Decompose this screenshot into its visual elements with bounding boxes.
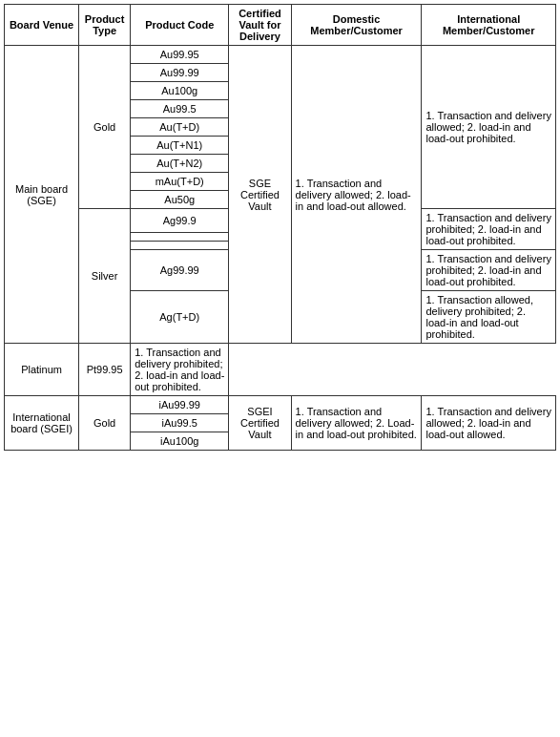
main-container: Board Venue Product Type Product Code Ce… [0,0,560,454]
domestic-main-cell: 1. Transaction and delivery allowed; 2. … [291,46,422,344]
intl-ag999-cell: 1. Transaction and delivery prohibited; … [422,209,556,250]
sgei-vault-cell: SGEI Certified Vault [229,396,291,451]
intl-agtd-cell: 1. Transaction allowed, delivery prohibi… [422,291,556,344]
product-code-pt-cell: Pt99.95 [79,344,131,396]
header-certified-vault: Certified Vault for Delivery [229,5,291,46]
gold-type-cell: Gold [79,46,131,209]
product-code-cell: Au100g [131,82,229,100]
header-product-type: Product Type [79,5,131,46]
table-row: Main board (SGE) Gold Au99.95 SGE Certif… [5,46,556,64]
header-board-venue: Board Venue [5,5,79,46]
header-domestic: Domestic Member/Customer [291,5,422,46]
product-code-cell: Au99.99 [131,64,229,82]
domestic-intl-cell: 1. Transaction and delivery allowed; 2. … [291,396,422,451]
table-row: International board (SGEI) Gold iAu99.99… [5,396,556,414]
intl-platinum-cell: 1. Transaction and delivery prohibited; … [131,344,229,396]
product-code-cell: Au(T+D) [131,118,229,137]
sge-vault-cell: SGE Certified Vault [229,46,291,344]
product-code-cell: Ag99.9 [131,209,229,233]
product-code-cell [131,232,229,241]
product-code-cell: Au50g [131,191,229,209]
product-code-cell: Au99.5 [131,100,229,118]
product-code-iau9999-cell: iAu99.99 [131,396,229,414]
intl-gold-type-cell: Gold [79,396,131,451]
intl-board-cell: International board (SGEI) [5,396,79,451]
product-code-ag9999-cell: Ag99.99 [131,250,229,291]
intl-ag9999-cell: 1. Transaction and delivery prohibited; … [422,250,556,291]
product-code-iau100g-cell: iAu100g [131,432,229,451]
product-code-cell [131,241,229,249]
intl-gold-cell: 1. Transaction and delivery allowed; 2. … [422,46,556,209]
header-international: International Member/Customer [422,5,556,46]
silver-type-cell: Silver [79,209,131,344]
main-table: Board Venue Product Type Product Code Ce… [4,4,556,451]
platinum-type-cell: Platinum [5,344,79,396]
main-board-cell: Main board (SGE) [5,46,79,344]
product-code-iau995-cell: iAu99.5 [131,414,229,432]
product-code-cell: Au(T+N2) [131,155,229,173]
product-code-cell: mAu(T+D) [131,173,229,191]
header-product-code: Product Code [131,5,229,46]
product-code-cell: Au(T+N1) [131,137,229,155]
product-code-agtd-cell: Ag(T+D) [131,291,229,344]
intl-intl-cell: 1. Transaction and delivery allowed; 2. … [422,396,556,451]
product-code-cell: Au99.95 [131,46,229,64]
